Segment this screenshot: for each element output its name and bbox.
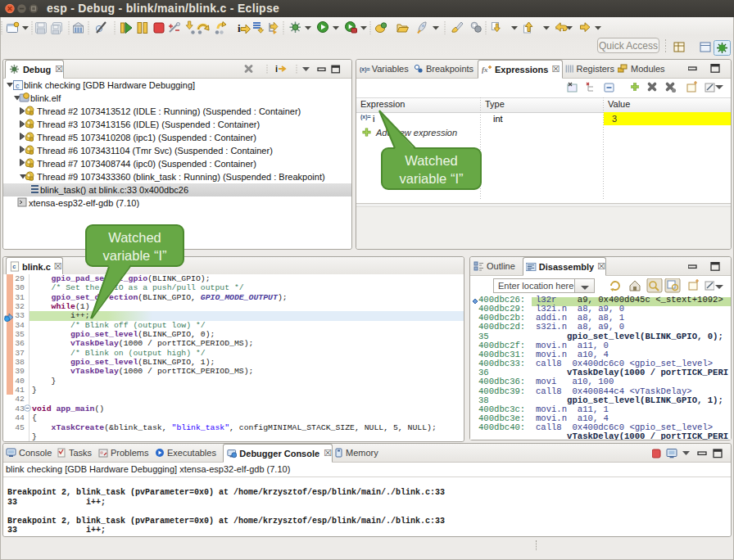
svg-text:c: c [12, 263, 16, 270]
svg-text:c: c [16, 82, 20, 90]
svg-text:i: i [275, 64, 278, 74]
svg-text:i: i [238, 22, 241, 34]
svg-text:fx: fx [482, 65, 488, 74]
